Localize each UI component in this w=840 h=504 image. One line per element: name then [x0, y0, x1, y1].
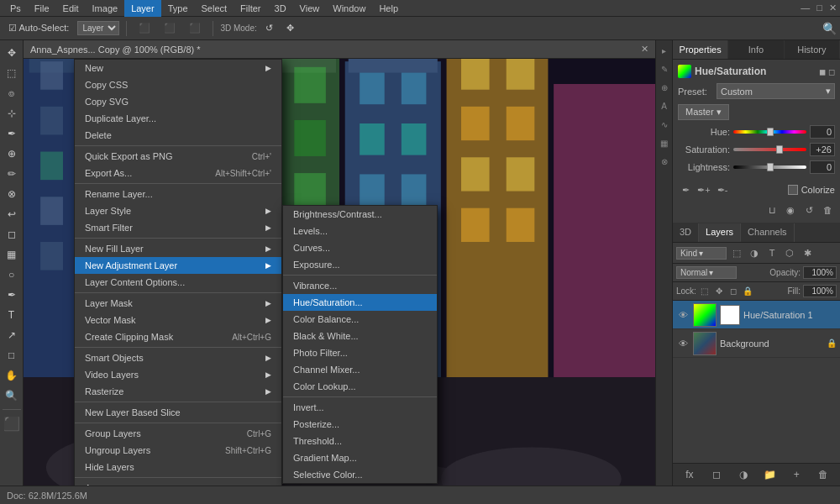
layer-adj-add-icon[interactable]: ◑	[730, 466, 757, 483]
menu-item-copy-css[interactable]: Copy CSS	[75, 76, 281, 93]
menu-item-layer-mask[interactable]: Layer Mask	[75, 295, 281, 312]
submenu-channel-mixer[interactable]: Channel Mixer...	[283, 361, 437, 378]
submenu-black-white[interactable]: Black & White...	[283, 328, 437, 344]
history-brush-tool[interactable]: ↩	[3, 205, 21, 223]
submenu-vibrance[interactable]: Vibrance...	[283, 277, 437, 294]
menu-item-ungroup-layers[interactable]: Ungroup Layers Shift+Ctrl+G	[75, 442, 281, 459]
minimize-btn[interactable]: —	[801, 3, 810, 13]
menu-view[interactable]: View	[293, 0, 327, 17]
menu-item-clipping-mask[interactable]: Create Clipping Mask Alt+Ctrl+G	[75, 328, 281, 345]
menu-item-hide-layers[interactable]: Hide Layers	[75, 459, 281, 475]
adj-icon-6[interactable]: ▦	[658, 136, 671, 150]
dodge-tool[interactable]: ○	[3, 265, 21, 284]
smart-filter-icon[interactable]: ✱	[800, 245, 815, 260]
menu-item-arrange[interactable]: Arrange	[75, 480, 281, 486]
lightness-slider[interactable]	[733, 161, 806, 173]
submenu-invert[interactable]: Invert...	[283, 399, 437, 416]
menu-item-group-layers[interactable]: Group Layers Ctrl+G	[75, 425, 281, 442]
visibility-eye-2[interactable]: 👁	[676, 337, 690, 350]
eraser-tool[interactable]: ◻	[3, 225, 21, 244]
marquee-tool[interactable]: ⬚	[3, 64, 21, 82]
kind-select[interactable]: Kind ▾	[676, 247, 727, 260]
tab-info[interactable]: Info	[728, 40, 784, 59]
align-right-btn[interactable]: ⬛	[184, 21, 206, 35]
healing-tool[interactable]: ⊕	[3, 144, 21, 163]
submenu-gradient-map[interactable]: Gradient Map...	[283, 449, 437, 466]
tab-3d[interactable]: 3D	[673, 223, 699, 242]
layer-new-icon[interactable]: +	[783, 466, 810, 483]
layer-delete-icon[interactable]: 🗑	[810, 466, 837, 483]
reset-icon[interactable]: ↺	[801, 202, 816, 218]
hue-thumb[interactable]	[767, 128, 774, 136]
menu-item-rasterize[interactable]: Rasterize	[75, 383, 281, 400]
adj-icon-2[interactable]: ✎	[658, 62, 671, 76]
menu-item-new-layer-slice[interactable]: New Layer Based Slice	[75, 404, 281, 421]
layer-row-background[interactable]: 👁 Background 🔒	[673, 329, 840, 358]
align-center-btn[interactable]: ⬛	[159, 21, 181, 35]
submenu-brightness-contrast[interactable]: Brightness/Contrast...	[283, 206, 437, 223]
mask-icon[interactable]: ◼	[819, 67, 826, 76]
visibility-eye-1[interactable]: 👁	[676, 308, 690, 322]
layer-row-hue-sat[interactable]: 👁 Hue/Saturation 1	[673, 301, 840, 329]
tab-properties[interactable]: Properties	[673, 40, 728, 59]
tab-history[interactable]: History	[785, 40, 840, 59]
gradient-tool[interactable]: ▦	[3, 245, 21, 264]
saturation-slider[interactable]	[733, 144, 806, 155]
fg-bg-colors[interactable]: ⬛	[3, 414, 21, 433]
align-left-btn[interactable]: ⬛	[134, 21, 155, 35]
menu-item-smart-filter[interactable]: Smart Filter	[75, 219, 281, 236]
menu-item-export-as[interactable]: Export As... Alt+Shift+Ctrl+'	[75, 165, 281, 181]
search-icon[interactable]: 🔍	[822, 22, 837, 35]
3d-rotate-btn[interactable]: ↺	[260, 21, 278, 35]
hue-slider[interactable]	[733, 126, 806, 138]
pixel-mask-icon[interactable]: ◻	[828, 67, 835, 76]
submenu-photo-filter[interactable]: Photo Filter...	[283, 344, 437, 361]
saturation-value[interactable]: +26	[810, 143, 835, 156]
menu-item-duplicate-layer[interactable]: Duplicate Layer...	[75, 110, 281, 127]
submenu-exposure[interactable]: Exposure...	[283, 256, 437, 273]
3d-pan-btn[interactable]: ✥	[281, 21, 299, 35]
menu-3d[interactable]: 3D	[268, 0, 293, 17]
menu-help[interactable]: Help	[372, 0, 405, 17]
clone-tool[interactable]: ⊗	[3, 185, 21, 203]
opacity-value[interactable]: 100%	[803, 266, 837, 279]
zoom-tool[interactable]: 🔍	[3, 386, 21, 405]
path-select-tool[interactable]: ↗	[3, 326, 21, 344]
eyedropper-minus-icon[interactable]: ✒-	[715, 182, 730, 197]
adj-icon-5[interactable]: ∿	[658, 118, 671, 131]
menu-item-copy-svg[interactable]: Copy SVG	[75, 93, 281, 110]
hue-value[interactable]: 0	[810, 125, 835, 139]
menu-item-quick-export[interactable]: Quick Export as PNG Ctrl+'	[75, 148, 281, 165]
eyedropper-icon[interactable]: ✒	[678, 182, 693, 197]
menu-item-video-layers[interactable]: Video Layers	[75, 366, 281, 383]
fill-value[interactable]: 100%	[803, 285, 837, 297]
submenu-threshold[interactable]: Threshold...	[283, 433, 437, 449]
menu-item-vector-mask[interactable]: Vector Mask	[75, 312, 281, 328]
delete-prop-icon[interactable]: 🗑	[820, 202, 835, 218]
eyedropper-plus-icon[interactable]: ✒+	[696, 182, 711, 197]
visibility-icon[interactable]: ◉	[783, 202, 798, 218]
menu-file[interactable]: File	[28, 0, 56, 17]
shape-tool[interactable]: □	[3, 346, 21, 365]
menu-item-delete[interactable]: Delete	[75, 127, 281, 144]
blend-mode-select[interactable]: Normal ▾	[676, 266, 737, 279]
adj-icon-1[interactable]: ▸	[658, 44, 671, 57]
shape-filter-icon[interactable]: ⬡	[782, 245, 797, 260]
auto-select-dropdown[interactable]: Layer	[77, 21, 119, 35]
submenu-color-lookup[interactable]: Color Lookup...	[283, 378, 437, 395]
doc-close-btn[interactable]: ✕	[641, 44, 648, 55]
menu-ps[interactable]: Ps	[3, 0, 28, 17]
channel-select[interactable]: Master ▾	[678, 104, 729, 120]
menu-item-new-fill-layer[interactable]: New Fill Layer	[75, 240, 281, 257]
submenu-curves[interactable]: Curves...	[283, 239, 437, 256]
close-btn[interactable]: ✕	[829, 3, 837, 13]
menu-edit[interactable]: Edit	[56, 0, 86, 17]
pixel-filter-icon[interactable]: ⬚	[729, 245, 744, 260]
menu-layer[interactable]: Layer	[124, 0, 161, 17]
submenu-color-balance[interactable]: Color Balance...	[283, 311, 437, 328]
submenu-posterize[interactable]: Posterize...	[283, 416, 437, 433]
crop-tool[interactable]: ⊹	[3, 104, 21, 123]
type-tool[interactable]: T	[3, 306, 21, 324]
submenu-selective-color[interactable]: Selective Color...	[283, 466, 437, 483]
tab-layers[interactable]: Layers	[699, 223, 741, 242]
